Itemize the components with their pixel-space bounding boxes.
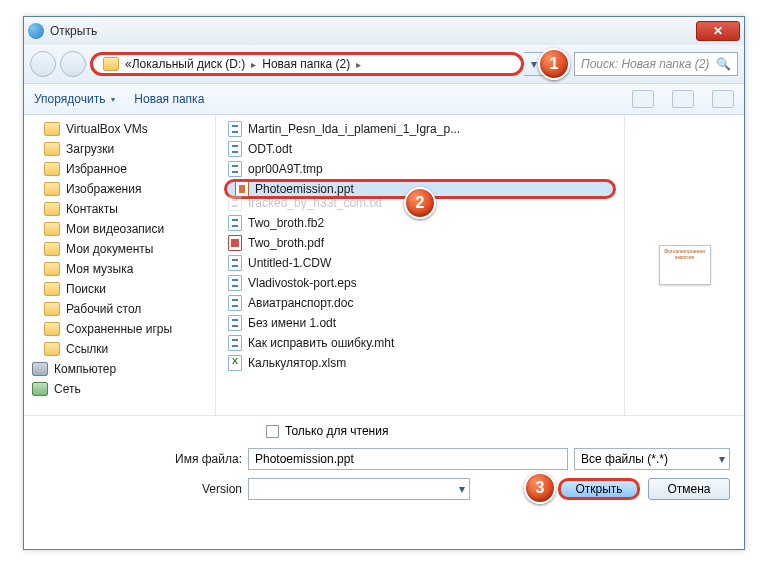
folder-icon (44, 282, 60, 296)
file-list[interactable]: Martin_Pesn_lda_i_plameni_1_Igra_p...ODT… (216, 115, 624, 415)
annotation-marker-1: 1 (538, 48, 570, 80)
search-icon: 🔍 (716, 57, 731, 71)
file-icon (228, 121, 242, 137)
folder-icon (44, 182, 60, 196)
folder-icon (44, 122, 60, 136)
file-row[interactable]: Без имени 1.odt (224, 313, 616, 333)
dialog-body: VirtualBox VMsЗагрузкиИзбранноеИзображен… (24, 115, 744, 415)
annotation-marker-2: 2 (404, 187, 436, 219)
folder-icon (44, 242, 60, 256)
search-input[interactable]: Поиск: Новая папка (2) 🔍 (574, 52, 738, 76)
tree-item[interactable]: Рабочий стол (24, 299, 215, 319)
folder-tree[interactable]: VirtualBox VMsЗагрузкиИзбранноеИзображен… (24, 115, 216, 415)
footer: Только для чтения Имя файла: Все файлы (… (24, 415, 744, 516)
file-row[interactable]: Untitled-1.CDW (224, 253, 616, 273)
window-title: Открыть (50, 24, 696, 38)
tree-item[interactable]: Мои документы (24, 239, 215, 259)
readonly-checkbox[interactable] (266, 425, 279, 438)
version-select[interactable] (248, 478, 470, 500)
tree-item[interactable]: Избранное (24, 159, 215, 179)
tree-item[interactable]: Сохраненные игры (24, 319, 215, 339)
tree-item[interactable]: Изображения (24, 179, 215, 199)
file-row[interactable]: Two_broth.pdf (224, 233, 616, 253)
file-icon (228, 295, 242, 311)
preview-thumbnail: Фотоэлектронная эмиссия (659, 245, 711, 285)
app-icon (28, 23, 44, 39)
titlebar: Открыть ✕ (24, 17, 744, 45)
tree-item[interactable]: Ссылки (24, 339, 215, 359)
readonly-label: Только для чтения (285, 424, 388, 438)
preview-pane-button[interactable] (672, 90, 694, 108)
file-row[interactable]: Vladivostok-port.eps (224, 273, 616, 293)
chevron-down-icon: ▼ (109, 96, 116, 103)
toolbar: Упорядочить▼ Новая папка (24, 83, 744, 115)
breadcrumb-part-0[interactable]: Локальный диск (D:) (132, 57, 263, 71)
file-icon (228, 161, 242, 177)
folder-icon (44, 262, 60, 276)
help-button[interactable] (712, 90, 734, 108)
tree-item[interactable]: Сеть (24, 379, 215, 399)
folder-icon (44, 162, 60, 176)
open-button[interactable]: Открыть (558, 478, 640, 500)
file-row[interactable]: Как исправить ошибку.mht (224, 333, 616, 353)
breadcrumb-prefix: « (125, 57, 132, 71)
preview-pane: Фотоэлектронная эмиссия (624, 115, 744, 415)
net-icon (32, 382, 48, 396)
tree-item[interactable]: Загрузки (24, 139, 215, 159)
file-icon (228, 215, 242, 231)
breadcrumb-part-1[interactable]: Новая папка (2) (262, 57, 367, 71)
file-row[interactable]: Калькулятор.xlsm (224, 353, 616, 373)
folder-icon (44, 302, 60, 316)
filename-input[interactable] (248, 448, 568, 470)
tree-item[interactable]: VirtualBox VMs (24, 119, 215, 139)
file-icon (228, 195, 242, 211)
folder-icon (103, 57, 119, 71)
filename-label: Имя файла: (38, 452, 242, 466)
file-icon (228, 355, 242, 371)
file-row[interactable]: opr00A9T.tmp (224, 159, 616, 179)
file-icon (228, 315, 242, 331)
folder-icon (44, 322, 60, 336)
file-row[interactable]: ODT.odt (224, 139, 616, 159)
file-row[interactable]: Martin_Pesn_lda_i_plameni_1_Igra_p... (224, 119, 616, 139)
tree-item[interactable]: Компьютер (24, 359, 215, 379)
folder-icon (44, 202, 60, 216)
file-icon (228, 235, 242, 251)
version-label: Version (38, 482, 242, 496)
search-placeholder: Поиск: Новая папка (2) (581, 57, 709, 71)
close-button[interactable]: ✕ (696, 21, 740, 41)
organize-menu[interactable]: Упорядочить▼ (34, 92, 116, 106)
nav-forward-button[interactable] (60, 51, 86, 77)
tree-item[interactable]: Моя музыка (24, 259, 215, 279)
folder-icon (44, 142, 60, 156)
folder-icon (44, 222, 60, 236)
tree-item[interactable]: Контакты (24, 199, 215, 219)
new-folder-button[interactable]: Новая папка (134, 92, 204, 106)
tree-item[interactable]: Мои видеозаписи (24, 219, 215, 239)
file-icon (228, 275, 242, 291)
tree-item[interactable]: Поиски (24, 279, 215, 299)
file-icon (228, 141, 242, 157)
file-row[interactable]: Авиатранспорт.doc (224, 293, 616, 313)
file-icon (228, 335, 242, 351)
annotation-marker-3: 3 (524, 472, 556, 504)
navbar: « Локальный диск (D:) Новая папка (2) ▾ … (24, 45, 744, 83)
file-icon (228, 255, 242, 271)
folder-icon (44, 342, 60, 356)
nav-back-button[interactable] (30, 51, 56, 77)
comp-icon (32, 362, 48, 376)
cancel-button[interactable]: Отмена (648, 478, 730, 500)
open-dialog: Открыть ✕ « Локальный диск (D:) Новая па… (23, 16, 745, 550)
filetype-filter[interactable]: Все файлы (*.*) (574, 448, 730, 470)
view-options-button[interactable] (632, 90, 654, 108)
address-bar[interactable]: « Локальный диск (D:) Новая папка (2) (90, 52, 524, 76)
